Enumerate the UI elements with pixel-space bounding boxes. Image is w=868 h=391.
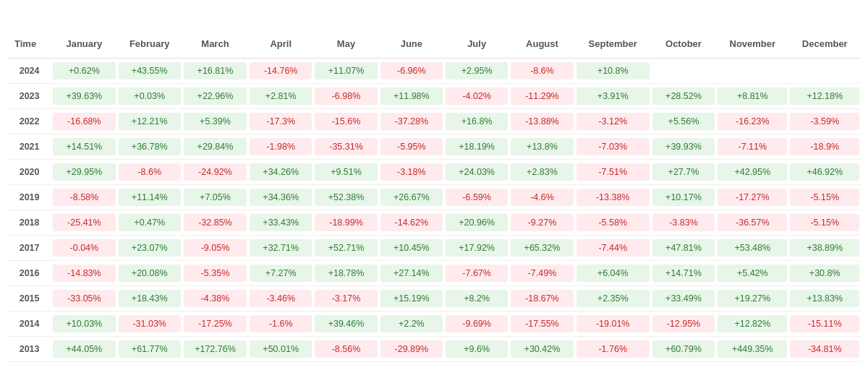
monthly-value-cell: +14.51% xyxy=(51,134,116,159)
column-header-april: April xyxy=(248,30,313,59)
monthly-value-cell: +28.52% xyxy=(651,83,716,108)
monthly-value-cell: -8.6% xyxy=(509,58,574,83)
table-row: 2024+0.62%+43.55%+16.81%-14.76%+11.07%-6… xyxy=(7,58,861,83)
monthly-value-cell: -3.83% xyxy=(651,210,716,235)
monthly-value-cell: -1.76% xyxy=(575,336,651,361)
monthly-value-cell: -24.92% xyxy=(182,159,248,184)
table-row: 2021+14.51%+36.78%+29.84%-1.98%-35.31%-5… xyxy=(7,134,861,159)
monthly-value-cell: +9.6% xyxy=(444,336,509,361)
table-row: 2013+44.05%+61.77%+172.76%+50.01%-8.56%-… xyxy=(7,336,861,361)
monthly-value-cell: +7.05% xyxy=(182,184,248,210)
year-cell: 2019 xyxy=(7,184,51,210)
monthly-value-cell: +13.83% xyxy=(788,285,861,311)
monthly-value-cell: +11.14% xyxy=(117,184,182,210)
monthly-value-cell: +10.03% xyxy=(51,311,116,336)
table-row: 2023+39.63%+0.03%+22.96%+2.81%-6.98%+11.… xyxy=(7,83,861,108)
monthly-value-cell: +2.95% xyxy=(444,58,509,83)
monthly-value-cell: -3.46% xyxy=(248,285,313,311)
monthly-value-cell: +50.01% xyxy=(248,336,313,361)
monthly-value-cell: -4.02% xyxy=(444,83,509,108)
monthly-value-cell xyxy=(651,58,716,83)
monthly-value-cell: +22.96% xyxy=(182,83,248,108)
monthly-value-cell: -14.76% xyxy=(248,58,313,83)
monthly-value-cell: +27.7% xyxy=(651,159,716,184)
year-cell: 2024 xyxy=(7,58,51,83)
monthly-value-cell: -32.85% xyxy=(182,210,248,235)
monthly-value-cell: +12.82% xyxy=(716,311,788,336)
monthly-value-cell: +52.71% xyxy=(313,235,378,260)
monthly-value-cell: -5.58% xyxy=(575,210,651,235)
monthly-value-cell: +11.07% xyxy=(313,58,378,83)
monthly-value-cell: +42.95% xyxy=(716,159,788,184)
column-header-june: June xyxy=(379,30,444,59)
table-row: 2014+10.03%-31.03%-17.25%-1.6%+39.46%+2.… xyxy=(7,311,861,336)
monthly-value-cell: -16.23% xyxy=(716,108,788,134)
monthly-value-cell: +33.43% xyxy=(248,210,313,235)
year-cell: 2018 xyxy=(7,210,51,235)
column-header-december: December xyxy=(788,30,861,59)
column-header-january: January xyxy=(51,30,116,59)
monthly-value-cell: -6.59% xyxy=(444,184,509,210)
monthly-value-cell: -6.98% xyxy=(313,83,378,108)
monthly-value-cell: +17.92% xyxy=(444,235,509,260)
monthly-value-cell: +27.14% xyxy=(379,260,444,285)
monthly-value-cell: +5.56% xyxy=(651,108,716,134)
monthly-value-cell: -13.88% xyxy=(509,108,574,134)
column-header-november: November xyxy=(716,30,788,59)
monthly-value-cell: -34.81% xyxy=(788,336,861,361)
monthly-value-cell: -18.9% xyxy=(788,134,861,159)
monthly-value-cell: +5.42% xyxy=(716,260,788,285)
column-header-march: March xyxy=(182,30,248,59)
monthly-value-cell: +33.49% xyxy=(651,285,716,311)
year-cell: 2017 xyxy=(7,235,51,260)
table-row: 2022-16.68%+12.21%+5.39%-17.3%-15.6%-37.… xyxy=(7,108,861,134)
monthly-value-cell: +2.35% xyxy=(575,285,651,311)
year-cell: 2016 xyxy=(7,260,51,285)
monthly-value-cell: +39.63% xyxy=(51,83,116,108)
monthly-value-cell: +16.81% xyxy=(182,58,248,83)
monthly-value-cell: -18.99% xyxy=(313,210,378,235)
monthly-value-cell: +65.32% xyxy=(509,235,574,260)
monthly-value-cell: -7.03% xyxy=(575,134,651,159)
monthly-value-cell: -35.31% xyxy=(313,134,378,159)
monthly-value-cell: -16.68% xyxy=(51,108,116,134)
monthly-value-cell: -9.27% xyxy=(509,210,574,235)
monthly-value-cell: -19.01% xyxy=(575,311,651,336)
monthly-value-cell: +5.39% xyxy=(182,108,248,134)
monthly-value-cell: +18.43% xyxy=(117,285,182,311)
year-cell: 2013 xyxy=(7,336,51,361)
monthly-value-cell: +8.81% xyxy=(716,83,788,108)
monthly-value-cell: +38.89% xyxy=(788,235,861,260)
monthly-value-cell: -7.51% xyxy=(575,159,651,184)
monthly-value-cell: +2.83% xyxy=(509,159,574,184)
monthly-value-cell: +29.95% xyxy=(51,159,116,184)
column-header-may: May xyxy=(313,30,378,59)
column-header-august: August xyxy=(509,30,574,59)
monthly-value-cell: -15.6% xyxy=(313,108,378,134)
monthly-value-cell: -29.89% xyxy=(379,336,444,361)
monthly-value-cell: +449.35% xyxy=(716,336,788,361)
table-row: 2020+29.95%-8.6%-24.92%+34.26%+9.51%-3.1… xyxy=(7,159,861,184)
monthly-value-cell: +44.05% xyxy=(51,336,116,361)
monthly-value-cell: -17.27% xyxy=(716,184,788,210)
monthly-value-cell: -17.55% xyxy=(509,311,574,336)
monthly-value-cell: -6.96% xyxy=(379,58,444,83)
year-cell: 2020 xyxy=(7,159,51,184)
monthly-value-cell: -8.56% xyxy=(313,336,378,361)
monthly-value-cell: +0.62% xyxy=(51,58,116,83)
monthly-value-cell: +61.77% xyxy=(117,336,182,361)
monthly-value-cell: -25.41% xyxy=(51,210,116,235)
monthly-value-cell: +29.84% xyxy=(182,134,248,159)
table-row: 2017-0.04%+23.07%-9.05%+32.71%+52.71%+10… xyxy=(7,235,861,260)
monthly-value-cell: -3.17% xyxy=(313,285,378,311)
monthly-value-cell: +11.98% xyxy=(379,83,444,108)
monthly-value-cell: +24.03% xyxy=(444,159,509,184)
monthly-value-cell: -17.3% xyxy=(248,108,313,134)
monthly-value-cell: -8.6% xyxy=(117,159,182,184)
monthly-value-cell: -12.95% xyxy=(651,311,716,336)
monthly-value-cell: +18.19% xyxy=(444,134,509,159)
monthly-value-cell: -15.11% xyxy=(788,311,861,336)
monthly-value-cell: +26.67% xyxy=(379,184,444,210)
year-cell: 2021 xyxy=(7,134,51,159)
monthly-value-cell: -3.12% xyxy=(575,108,651,134)
